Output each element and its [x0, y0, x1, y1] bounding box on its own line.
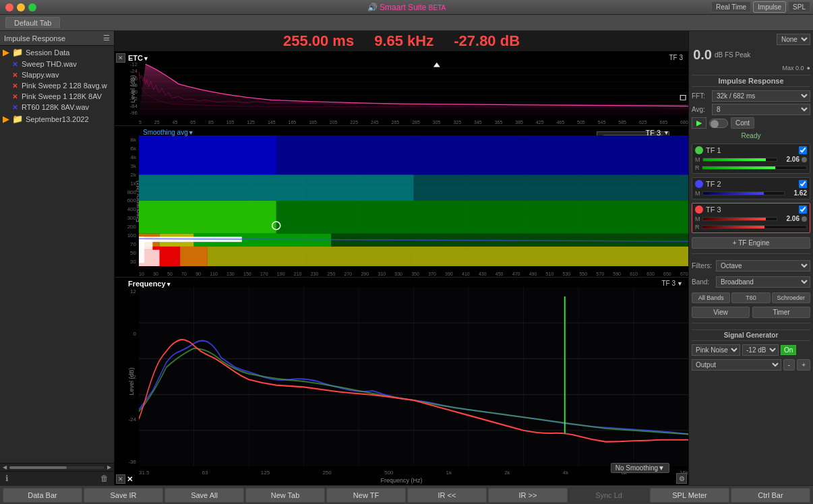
tf3-level-bar: [703, 218, 766, 220]
filters-label: Filters:: [692, 262, 713, 270]
band-select[interactable]: Broadband: [716, 276, 810, 288]
signal-generator-title: Signal Generator: [692, 329, 810, 341]
trash-icon[interactable]: 🗑: [100, 474, 109, 483]
sidebar-item-slappy[interactable]: ✕ Slappy.wav: [0, 69, 114, 80]
view-btn[interactable]: View: [692, 307, 750, 318]
sg-row: Pink Noise -12 dB On: [692, 344, 810, 356]
chart-panels-area: ✕ ETC▼ TF 3 Level (dB): [115, 52, 688, 485]
file-label: Pink Sweep 2 128 8avg.w: [22, 82, 107, 90]
data-bar-btn[interactable]: Data Bar: [3, 488, 82, 503]
tf2-value: 1.62: [787, 189, 807, 197]
spl-meter-btn[interactable]: SPL Meter: [650, 488, 729, 503]
ir-back-btn[interactable]: IR <<: [407, 488, 487, 503]
freq-label: Frequency▼: [128, 280, 172, 288]
fft-select[interactable]: 32k / 682 ms: [712, 90, 810, 102]
sidebar: Impulse Response ☰ ▶ 📁 Session Data ✕ Sw…: [0, 31, 115, 485]
sidebar-item-rt60[interactable]: ✕ RT60 128K 8AV.wav: [0, 102, 114, 113]
no-smoothing-area: No Smoothing▼: [611, 463, 669, 473]
tf2-level-bar-container: [702, 191, 785, 195]
info-icon[interactable]: ℹ: [5, 474, 9, 483]
titlebar: 🔊 Smaart Suite BETA: [0, 0, 813, 15]
session-data-label: Session Data: [26, 49, 69, 57]
sg-minus-btn[interactable]: -: [783, 359, 795, 371]
scroll-right-icon[interactable]: ▶: [107, 464, 111, 470]
sidebar-scroll[interactable]: ▶ 📁 Session Data ✕ Sweep THD.wav ✕ Slapp…: [0, 46, 114, 463]
file-x-icon: ✕: [11, 93, 19, 100]
status-ready: Ready: [692, 131, 810, 141]
svg-rect-8: [680, 96, 686, 100]
sidebar-item-pink-sweep2[interactable]: ✕ Pink Sweep 2 128 8avg.w: [0, 80, 114, 91]
avg-label: Avg:: [692, 106, 709, 113]
sg-type-select[interactable]: Pink Noise: [692, 344, 740, 356]
cont-btn[interactable]: Cont: [731, 117, 754, 129]
freq-panel-close-x[interactable]: ✕: [127, 475, 133, 484]
etc-y-ticks: -12 -24 -36 -48 -60 -72 -84 -96: [115, 61, 139, 116]
all-bands-btn[interactable]: All Bands: [692, 292, 730, 303]
tf1-r-bar-container: [702, 166, 808, 170]
play-btn[interactable]: ▶: [692, 117, 706, 129]
t60-btn[interactable]: T60: [731, 292, 770, 303]
sidebar-item-session-data[interactable]: ▶ 📁 Session Data: [0, 46, 114, 59]
sg-output-select[interactable]: Output: [692, 359, 781, 371]
scroll-left-icon[interactable]: ◀: [3, 464, 7, 470]
sidebar-item-september[interactable]: ▶ 📁 September13.2022: [0, 113, 114, 125]
add-tf-engine-btn[interactable]: + TF Engine: [692, 237, 810, 249]
freq-settings-btn[interactable]: ⚙: [676, 473, 687, 484]
minimize-btn[interactable]: [17, 3, 25, 11]
sg-level-select[interactable]: -12 dB: [742, 344, 779, 356]
freq-close-btn[interactable]: ✕: [116, 474, 125, 484]
close-btn[interactable]: [5, 3, 13, 11]
avg-select[interactable]: 8: [712, 104, 810, 115]
tf2-levels: M 1.62: [695, 189, 807, 197]
folder-label: September13.2022: [26, 115, 89, 123]
sidebar-item-pink-sweep1[interactable]: ✕ Pink Sweep 1 128K 8AV: [0, 91, 114, 102]
default-tab[interactable]: Default Tab: [5, 17, 60, 28]
timer-btn[interactable]: Timer: [752, 307, 810, 318]
tf3-value: 2.06: [779, 215, 800, 222]
freq-tf: TF 3: [662, 280, 676, 287]
window-controls[interactable]: [5, 3, 36, 11]
sidebar-header: Impulse Response ☰: [0, 31, 114, 46]
sg-on-btn[interactable]: On: [781, 345, 796, 355]
sg-plus-btn[interactable]: +: [797, 359, 810, 371]
maximize-btn[interactable]: [28, 3, 36, 11]
level-measurement: -27.80 dB: [454, 32, 520, 50]
etc-label: ETC▼: [128, 54, 149, 62]
fft-row: FFT: 32k / 682 ms: [692, 90, 810, 102]
new-tab-btn[interactable]: New Tab: [245, 488, 325, 503]
rt60-buttons-row: All Bands T60 Schroeder: [692, 292, 810, 303]
tf1-checkbox[interactable]: [799, 146, 807, 154]
tf3-led: [802, 216, 807, 222]
save-ir-btn[interactable]: Save IR: [84, 488, 163, 503]
no-smoothing-btn[interactable]: No Smoothing▼: [611, 463, 669, 473]
save-all-btn[interactable]: Save All: [164, 488, 244, 503]
avg-row: Avg: 8: [692, 104, 810, 115]
tf3-checkbox[interactable]: [799, 206, 807, 214]
tf3-r-levels: R: [695, 224, 807, 230]
tf2-checkbox[interactable]: [799, 180, 807, 188]
none-select[interactable]: None: [777, 34, 810, 45]
new-tf-btn[interactable]: New TF: [326, 488, 406, 503]
level-label: dB FS Peak: [715, 51, 810, 59]
tf1-r-bar: [702, 166, 775, 169]
etc-panel: ✕ ETC▼ TF 3 Level (dB): [115, 52, 688, 126]
sync-ld-btn[interactable]: Sync Ld: [569, 488, 649, 503]
schroeder-btn[interactable]: Schroeder: [772, 292, 810, 303]
right-panel: None 0.0 dB FS Peak Max 0.0 ● Impulse Re…: [688, 31, 813, 485]
sidebar-item-sweep-thd[interactable]: ✕ Sweep THD.wav: [0, 59, 114, 69]
etc-tf: TF 3: [669, 54, 683, 61]
file-x-icon: ✕: [11, 71, 19, 79]
tf1-level-bar: [703, 158, 766, 161]
sidebar-menu-icon[interactable]: ☰: [103, 34, 110, 42]
app-title: 🔊 Smaart Suite BETA: [367, 3, 446, 12]
filters-select[interactable]: Octave: [716, 260, 810, 272]
toggle-pill[interactable]: [709, 119, 728, 128]
folder-icon-2: 📁: [12, 47, 23, 57]
svg-rect-39: [276, 201, 688, 234]
file-x-icon: ✕: [11, 61, 19, 68]
waterfall-chart: [139, 135, 688, 266]
ctrl-bar-btn[interactable]: Ctrl Bar: [731, 488, 810, 503]
wf-x-ticks: 10 30 50 70 90 110 130 150 170 190 210 2…: [139, 272, 688, 276]
etc-x-ticks: 5 25 45 65 85 105 125 145 165 185 205 22…: [139, 120, 688, 125]
ir-forward-btn[interactable]: IR >>: [488, 488, 568, 503]
